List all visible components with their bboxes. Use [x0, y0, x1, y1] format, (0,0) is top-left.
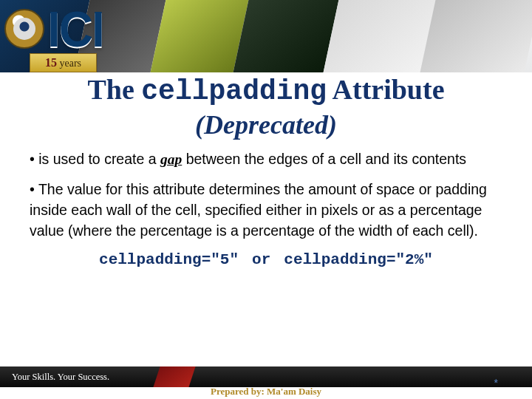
bullet-1: • is used to create a gap between the ed… [30, 149, 502, 170]
slide-subtitle: (Deprecated) [21, 109, 511, 140]
bullet-1-post: between the edges of a cell and its cont… [182, 151, 466, 167]
logo: ICI [4, 1, 103, 56]
code-examples: cellpadding="5"orcellpadding="2%" [21, 251, 511, 268]
title-prefix: The [87, 74, 141, 105]
ribbon-years: 15 [45, 56, 57, 69]
title-code: cellpadding [141, 75, 327, 107]
footer-accent [153, 366, 195, 387]
footer-prepared: Prepared by: Ma'am Daisy [0, 386, 532, 398]
title-suffix: Attribute [327, 74, 444, 105]
slide-footer: Your Skills. Your Success. Prepared by: … [0, 366, 532, 399]
footer-tagline: Your Skills. Your Success. [12, 372, 109, 383]
anniversary-ribbon: 15 years [30, 53, 97, 72]
bullet-1-em: gap [160, 151, 182, 167]
example-sep: or [252, 251, 270, 268]
bullet-1-pre: • is used to create a [30, 151, 160, 167]
footer-bar: Your Skills. Your Success. [0, 366, 532, 387]
example-1: cellpadding="5" [99, 251, 239, 268]
bullet-2: • The value for this attribute determine… [30, 180, 502, 241]
slide-title: The cellpadding Attribute [21, 74, 511, 108]
seal-icon [4, 9, 44, 49]
slide-body: The cellpadding Attribute (Deprecated) •… [0, 74, 532, 268]
footer-pagenum: * [494, 377, 498, 389]
slide-header: ICI 15 years [0, 0, 532, 72]
example-2: cellpadding="2%" [284, 251, 433, 268]
logo-text: ICI [47, 0, 103, 58]
ribbon-label: years [60, 58, 82, 69]
